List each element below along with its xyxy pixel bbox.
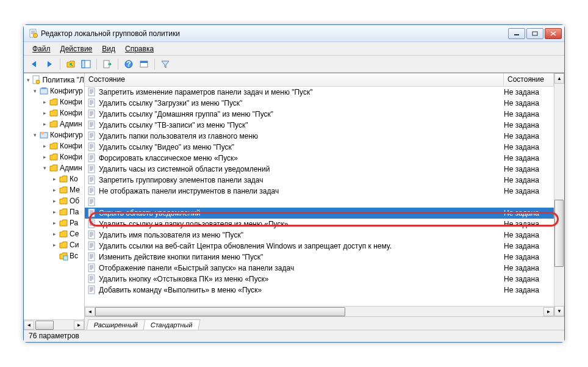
- maximize-button[interactable]: [526, 28, 543, 39]
- list-hscroll[interactable]: ◄ ►: [85, 306, 554, 316]
- list-row[interactable]: Удалить ссылку "Домашняя группа" из меню…: [85, 109, 554, 120]
- row-name: Запретить изменение параметров панели за…: [99, 88, 504, 96]
- expand-icon[interactable]: ▾: [42, 165, 48, 171]
- scroll-right-icon[interactable]: ►: [543, 307, 554, 316]
- scroll-track[interactable]: [34, 321, 74, 330]
- folder-icon: [59, 218, 68, 228]
- row-name: Удалить ссылку на папку пользователя из …: [99, 220, 504, 228]
- tree-item[interactable]: ▾Конфигур: [24, 129, 84, 140]
- tree-item[interactable]: ▸Си: [24, 239, 84, 250]
- expand-icon[interactable]: ▸: [52, 209, 57, 215]
- scroll-thumb[interactable]: [35, 321, 54, 330]
- minimize-button[interactable]: [508, 28, 525, 39]
- scroll-track[interactable]: [95, 307, 543, 316]
- tree-item[interactable]: Вс: [24, 250, 84, 261]
- expand-icon[interactable]: ▸: [52, 176, 57, 182]
- menu-file[interactable]: Файл: [27, 43, 56, 55]
- scroll-thumb[interactable]: [95, 307, 345, 316]
- tree-hscroll[interactable]: ◄ ►: [24, 319, 84, 330]
- expand-icon[interactable]: ▸: [52, 187, 57, 193]
- expand-icon[interactable]: ▸: [42, 111, 48, 116]
- scroll-right-icon[interactable]: ►: [74, 321, 84, 330]
- row-name: Удалить папки пользователя из главного м…: [99, 132, 504, 140]
- list-row[interactable]: Запретить изменение параметров панели за…: [85, 87, 554, 98]
- tree-item[interactable]: ▸Па: [24, 206, 84, 217]
- folder-icon: [59, 185, 68, 195]
- tree-item[interactable]: ▸Ра: [24, 217, 84, 228]
- scroll-left-icon[interactable]: ◄: [24, 321, 34, 330]
- expand-icon[interactable]: ▸: [52, 220, 57, 226]
- menu-action[interactable]: Действие: [56, 43, 98, 55]
- tab-extended[interactable]: Расширенный: [87, 319, 146, 330]
- showhide-tree-button[interactable]: [79, 57, 93, 71]
- filter-button[interactable]: [159, 57, 172, 71]
- list-row[interactable]: [85, 197, 554, 208]
- list-row[interactable]: Форсировать классическое меню «Пуск»Не з…: [85, 153, 554, 164]
- uplevel-button[interactable]: [64, 57, 77, 71]
- list-row[interactable]: Удалить ссылку "Загрузки" из меню "Пуск"…: [85, 98, 554, 109]
- tree[interactable]: ▾Политика "Л▾Конфигур▸Конфи▸Конфи▸Админ▾…: [24, 73, 84, 263]
- tree-item[interactable]: ▸Конфи: [24, 96, 84, 107]
- list-row[interactable]: Удалить часы из системной области уведом…: [85, 164, 554, 175]
- expand-icon[interactable]: ▸: [42, 100, 48, 105]
- scroll-thumb[interactable]: [554, 200, 564, 267]
- list-row[interactable]: Удалить имя пользователя из меню "Пуск"Н…: [85, 230, 554, 241]
- tree-item[interactable]: ▸Конфи: [24, 107, 84, 118]
- expand-icon[interactable]: [52, 253, 57, 259]
- list-row[interactable]: Удалить ссылку "Видео" из меню "Пуск"Не …: [85, 142, 554, 153]
- tree-item[interactable]: ▸Админ: [24, 118, 84, 129]
- tab-standard[interactable]: Стандартный: [143, 319, 201, 330]
- list-row[interactable]: Не отображать панели инструментов в пане…: [85, 186, 554, 197]
- list-vscroll[interactable]: ▲ ▼: [554, 73, 564, 316]
- list-row[interactable]: Удалить ссылку "ТВ-записи" из меню "Пуск…: [85, 120, 554, 131]
- expand-icon[interactable]: ▸: [52, 242, 57, 248]
- list-rows: Запретить изменение параметров панели за…: [85, 87, 554, 306]
- list-row[interactable]: Изменить действие кнопки питания меню "П…: [85, 252, 554, 263]
- tree-item[interactable]: ▸Конфи: [24, 140, 84, 151]
- list-row[interactable]: Удалить ссылки на веб-сайт Центра обновл…: [85, 241, 554, 252]
- list-row[interactable]: Удалить папки пользователя из главного м…: [85, 131, 554, 142]
- list-row[interactable]: Удалить кнопку «Отстыковка ПК» из меню «…: [85, 274, 554, 285]
- list-row[interactable]: Отображение панели «Быстрый запуск» на п…: [85, 263, 554, 274]
- expand-icon[interactable]: ▸: [52, 198, 57, 204]
- menu-view[interactable]: Вид: [97, 43, 120, 55]
- list-row[interactable]: Добавить команду «Выполнить» в меню «Пус…: [85, 285, 554, 296]
- expand-icon[interactable]: ▸: [52, 231, 57, 237]
- menu-help[interactable]: Справка: [120, 43, 159, 55]
- scroll-down-icon[interactable]: ▼: [554, 306, 564, 316]
- svg-rect-22: [63, 256, 68, 260]
- list-row[interactable]: Удалить ссылку на папку пользователя из …: [85, 219, 554, 230]
- tree-item[interactable]: ▾Админ: [24, 162, 84, 173]
- tree-item[interactable]: ▸Ко: [24, 173, 84, 184]
- tree-item[interactable]: ▸Об: [24, 195, 84, 206]
- row-name: Отображение панели «Быстрый запуск» на п…: [99, 264, 504, 272]
- tree-item[interactable]: ▸Се: [24, 228, 84, 239]
- tree-item[interactable]: ▸Конфи: [24, 151, 84, 162]
- scroll-left-icon[interactable]: ◄: [85, 307, 95, 316]
- list-row[interactable]: Запретить группировку элементов панели з…: [85, 175, 554, 186]
- help-button[interactable]: ?: [122, 57, 135, 71]
- expand-icon[interactable]: ▾: [32, 133, 38, 138]
- tree-root[interactable]: ▾Политика "Л: [24, 74, 84, 85]
- export-button[interactable]: [101, 57, 114, 71]
- folder-icon: [49, 97, 59, 107]
- close-button[interactable]: [545, 28, 562, 39]
- column-header-state[interactable]: Состояние: [504, 73, 554, 86]
- list-row[interactable]: Скрыть область уведомленийНе задана: [85, 208, 554, 219]
- forward-button[interactable]: [43, 57, 56, 71]
- policy-icon: [87, 164, 97, 174]
- properties-button[interactable]: [137, 57, 151, 71]
- tree-item[interactable]: ▸Ме: [24, 184, 84, 195]
- expand-icon[interactable]: ▸: [42, 154, 48, 160]
- row-state: Не задана: [504, 264, 554, 272]
- scroll-track[interactable]: [554, 84, 564, 306]
- folder-icon: [59, 196, 68, 206]
- expand-icon[interactable]: ▸: [42, 144, 48, 149]
- expand-icon[interactable]: ▸: [42, 122, 48, 127]
- column-header-name[interactable]: Состояние: [85, 73, 504, 86]
- policy-icon: [87, 142, 97, 152]
- back-button[interactable]: [27, 57, 41, 71]
- expand-icon[interactable]: ▾: [32, 89, 38, 94]
- tree-item[interactable]: ▾Конфигур: [24, 85, 84, 96]
- scroll-up-icon[interactable]: ▲: [554, 73, 564, 84]
